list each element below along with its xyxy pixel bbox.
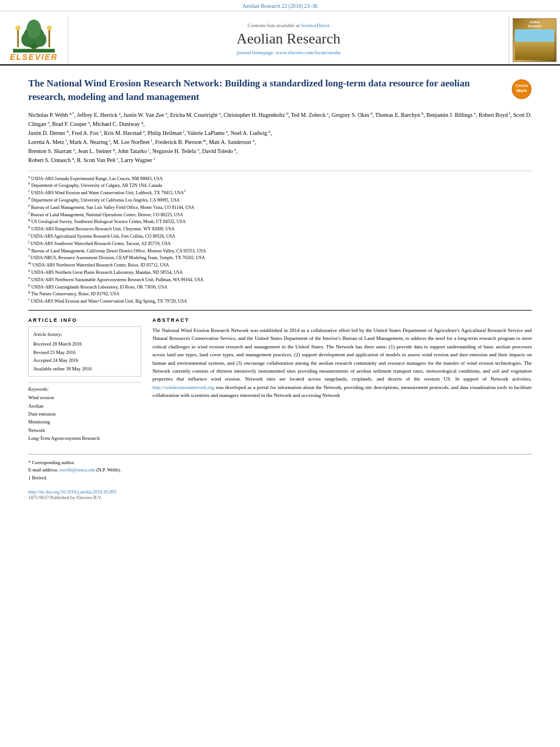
affil-m: m USDA-ARS Northwest Watershed Research … xyxy=(28,262,532,269)
elsevier-brand-text: ELSEVIER xyxy=(10,53,58,62)
keyword-4: Monitoring xyxy=(28,418,141,426)
author-hugenholtz: Christopher H. Hugenholtz b, xyxy=(224,112,291,118)
author-boyd: Robert Boyd f, xyxy=(479,112,513,118)
history-label: Article history: xyxy=(33,330,136,338)
affil-b: b Department of Geography, University of… xyxy=(28,182,532,190)
author-barchyn: Thomas E. Barchyn b, xyxy=(375,112,427,118)
author-unnasch: Robert S. Unnasch q, xyxy=(28,157,77,163)
corresponding-label: * Corresponding author. xyxy=(28,460,75,465)
svg-point-6 xyxy=(15,25,20,30)
author-nearing: Mark A. Nearing j, xyxy=(69,139,113,145)
affil-o: o USDA-ARS Northwest Sustainable Agroeco… xyxy=(28,277,532,284)
affil-l: l USDA-NRCS, Resource Assessment Divisio… xyxy=(28,255,532,262)
svg-rect-5 xyxy=(17,29,19,47)
affil-q: q The Nature Conservancy, Boise, ID 8370… xyxy=(28,291,532,298)
author-vanpelt: R. Scott Van Pelt r, xyxy=(77,157,121,163)
email-person: (N.P. Webb). xyxy=(97,467,121,473)
right-column: ABSTRACT The National Wind Erosion Resea… xyxy=(152,317,532,443)
author-tedela: Negussie H. Tedela e, xyxy=(152,148,202,154)
sciencedirect-line: Contents lists available at ScienceDirec… xyxy=(248,23,330,28)
email-label: E-mail address: xyxy=(28,467,58,473)
keywords-label: Keywords: xyxy=(28,386,141,392)
author-sanderson: Matt A. Sanderson n, xyxy=(209,139,256,145)
journal-cover-thumbnail: AeolianResearch xyxy=(513,18,557,62)
svg-text:Cross: Cross xyxy=(515,83,528,88)
revised-date: Revised 23 May 2016 xyxy=(33,350,76,355)
author-heilman: Philip Heilman j, xyxy=(147,130,187,136)
sciencedirect-link[interactable]: ScienceDirect xyxy=(301,23,329,28)
affil-a: a USDA-ARS Jornada Experimental Range, L… xyxy=(28,176,532,183)
affil-g: g US Geological Survey, Southwest Biolog… xyxy=(28,219,532,226)
thumbnail-image xyxy=(515,29,554,60)
doi-section: http://dx.doi.org/10.1016/j.aeolia.2016.… xyxy=(28,489,532,495)
article-title-area: The National Wind Erosion Research Netwo… xyxy=(28,77,532,104)
corresponding-note: * Corresponding author. xyxy=(28,459,532,467)
keyword-5: Network xyxy=(28,426,141,434)
svg-point-8 xyxy=(47,25,52,30)
author-toledo: David Toledo n, xyxy=(202,148,238,154)
author-webb: Nicholas P. Webb a,*, xyxy=(28,112,77,118)
crossmark-badge-icon: Cross Mark xyxy=(511,79,532,99)
author-zobeck: Ted M. Zobeck c, xyxy=(291,112,331,118)
affiliations-section: a USDA-ARS Jornada Experimental Range, L… xyxy=(28,171,532,311)
keyword-2: Aeolian xyxy=(28,402,141,410)
email-link[interactable]: nwebb@nmsu.edu xyxy=(59,467,95,473)
available-date: Available online 30 May 2016 xyxy=(33,366,91,372)
journal-name: Aeolian Research xyxy=(237,30,340,47)
author-cooper: Brad F. Cooper a, xyxy=(52,121,93,127)
article-info-box: Article history: Received 28 March 2016 … xyxy=(28,326,141,377)
author-okin: Gregory S. Okin d, xyxy=(331,112,375,118)
author-herrick: Jeffrey E. Herrick a, xyxy=(77,112,123,118)
keyword-6: Long-Term Agroecosystem Research xyxy=(28,434,141,442)
author-duniway: Michael C. Duniway g, xyxy=(93,121,145,127)
doi-link[interactable]: http://dx.doi.org/10.1016/j.aeolia.2016.… xyxy=(28,489,117,495)
svg-rect-7 xyxy=(49,29,50,47)
article-info-heading: ARTICLE INFO xyxy=(28,317,141,323)
affil-c: c USDA-ARS Wind Erosion and Water Conser… xyxy=(28,190,532,197)
author-billings: Benjamin J. Billings e, xyxy=(426,112,479,118)
retired-label: 1 Retired. xyxy=(28,475,47,480)
thumbnail-title-text: AeolianResearch xyxy=(528,20,541,28)
affil-e: e Bureau of Land Management, San Luis Va… xyxy=(28,204,532,212)
authors-section: Nicholas P. Webb a,*, Jeffrey E. Herrick… xyxy=(28,111,532,165)
author-pierson: Frederick B. Pierson m, xyxy=(155,139,209,145)
homepage-link[interactable]: journal homepage: www.elsevier.com/locat… xyxy=(237,50,340,55)
citation-text: Aeolian Research 22 (2016) 23–36 xyxy=(243,3,318,9)
email-note: E-mail address: nwebb@nmsu.edu (N.P. Web… xyxy=(28,466,532,474)
accepted-date: Accepted 24 May 2016 xyxy=(33,357,78,363)
article-title-text: The National Wind Erosion Research Netwo… xyxy=(28,77,506,104)
received-date: Received 28 March 2016 xyxy=(33,341,82,347)
abstract-heading: ABSTRACT xyxy=(152,317,532,323)
author-sharratt: Brenton S. Sharratt o, xyxy=(28,148,78,154)
network-url-link[interactable]: http://winderosionnetwork.org xyxy=(152,385,215,390)
affil-f: f Bureau of Land Management, National Op… xyxy=(28,212,532,219)
affil-n: n USDA-ARS Northern Great Plains Researc… xyxy=(28,269,532,277)
keyword-1: Wind erosion xyxy=(28,394,141,401)
author-courtright: Ericha M. Courtright a, xyxy=(170,112,224,118)
author-fox: Fred A. Fox i, xyxy=(72,130,104,136)
author-wagner: Larry Wagner l xyxy=(121,157,155,163)
journal-logo-area: ELSEVIER xyxy=(0,16,68,64)
author-steiner: Jean L. Steiner p, xyxy=(78,148,118,154)
svg-point-4 xyxy=(27,20,41,38)
affil-k: k Bureau of Land Management, California … xyxy=(28,248,532,255)
citation-bar: Aeolian Research 22 (2016) 23–36 xyxy=(0,0,560,11)
affil-p: p USDA-ARS Grazinglands Research Laborat… xyxy=(28,284,532,291)
author-havstad: Kris M. Havstad a, xyxy=(104,130,147,136)
author-derner: Justin D. Derner h, xyxy=(28,130,72,136)
author-vanzee: Justin W. Van Zee a, xyxy=(124,112,170,118)
author-ludwig: Noel A. Ludwig k, xyxy=(230,130,272,136)
footnote-section: * Corresponding author. E-mail address: … xyxy=(28,454,532,482)
svg-text:Mark: Mark xyxy=(517,88,527,93)
author-norfleet: M. Lee Norfleet l, xyxy=(113,139,155,145)
keywords-divider xyxy=(28,382,141,383)
author-metz: Loretta A. Metz l, xyxy=(28,139,69,145)
abstract-text: The National Wind Erosion Research Netwo… xyxy=(152,326,532,400)
journal-homepage: journal homepage: www.elsevier.com/locat… xyxy=(237,50,340,55)
elsevier-logo: ELSEVIER xyxy=(10,19,58,62)
author-tatarko: John Tatarko i, xyxy=(118,148,152,154)
retired-note: 1 Retired. xyxy=(28,474,532,482)
journal-thumbnail-area: AeolianResearch xyxy=(509,16,560,64)
affil-j: j USDA-ARS Southwest Watershed Research … xyxy=(28,241,532,248)
affil-h: h USDA-ARS Rangeland Resources Research … xyxy=(28,226,532,233)
